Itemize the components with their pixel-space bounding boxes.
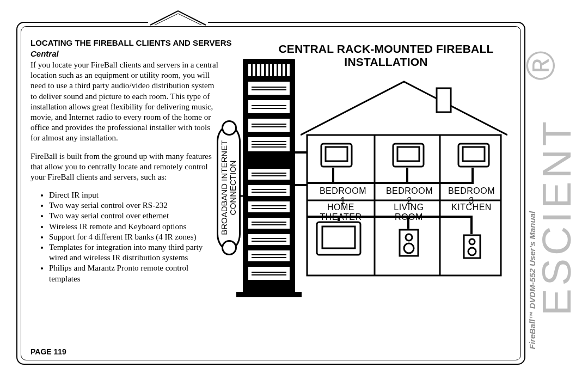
registered-icon: ® <box>518 47 563 81</box>
list-item: Support for 4 different IR banks (4 IR z… <box>49 232 218 242</box>
svg-rect-6 <box>326 147 347 161</box>
room-label: LIVING ROOM <box>379 203 439 222</box>
broadband-cloud: BROADBAND INTERNET CONNECTION <box>217 125 241 250</box>
broadband-label: BROADBAND INTERNET CONNECTION <box>220 140 237 235</box>
rack-unit <box>247 118 291 133</box>
list-item: Philips and Marantz Pronto remote contro… <box>49 263 218 284</box>
room-label: KITCHEN <box>444 203 499 212</box>
page-number: PAGE 119 <box>30 347 66 356</box>
svg-rect-8 <box>397 147 419 161</box>
rack-unit <box>247 249 291 262</box>
body-column: If you locate your FireBall clients and … <box>30 60 218 284</box>
svg-point-17 <box>469 239 475 244</box>
tab-triangle <box>149 9 207 25</box>
list-item: Wireless IR remote and Keyboard options <box>49 222 218 232</box>
svg-point-18 <box>468 248 476 255</box>
paragraph-1: If you locate your FireBall clients and … <box>30 60 218 144</box>
rack-unit <box>247 81 291 96</box>
rack-unit <box>247 99 291 114</box>
list-item: Direct IR input <box>49 190 218 200</box>
room-label: HOME THEATER <box>308 203 373 222</box>
svg-rect-0 <box>437 88 451 112</box>
paragraph-2: FireBall is built from the ground up wit… <box>30 151 218 183</box>
svg-point-14 <box>406 234 412 241</box>
rack-unit <box>247 168 291 181</box>
rack-unit <box>247 266 291 281</box>
rack-unit <box>247 233 291 246</box>
list-item: Two way serial control over ethernet <box>49 211 218 221</box>
rack-unit <box>247 200 291 213</box>
svg-point-15 <box>404 243 414 253</box>
rack-unit <box>247 184 291 197</box>
brand-sidebar: FireBall™ DVDM-552 User's Manual ESCIENT… <box>523 22 572 365</box>
list-item: Templates for integration into many thir… <box>49 242 218 263</box>
svg-rect-12 <box>322 226 355 248</box>
rack-base <box>236 292 302 297</box>
rack-vent <box>248 64 290 76</box>
list-item: Two way serial control over RS-232 <box>49 200 218 211</box>
feature-list: Direct IR input Two way serial control o… <box>30 190 218 284</box>
brand-logo: ESCIENT ® <box>539 22 574 365</box>
house-diagram: BEDROOM 1 BEDROOM 2 BEDROOM 3 HOME THEAT… <box>301 76 507 283</box>
page-border-outer: LOCATING THE FIREBALL CLIENTS AND SERVER… <box>16 22 525 365</box>
manual-page: LOCATING THE FIREBALL CLIENTS AND SERVER… <box>16 22 572 365</box>
rack-unit <box>247 136 291 152</box>
installation-diagram: CENTRAL RACK-MOUNTED FIREBALL INSTALLATI… <box>220 33 515 305</box>
equipment-rack <box>243 59 295 293</box>
rack-unit <box>247 217 291 230</box>
svg-rect-10 <box>463 147 485 161</box>
